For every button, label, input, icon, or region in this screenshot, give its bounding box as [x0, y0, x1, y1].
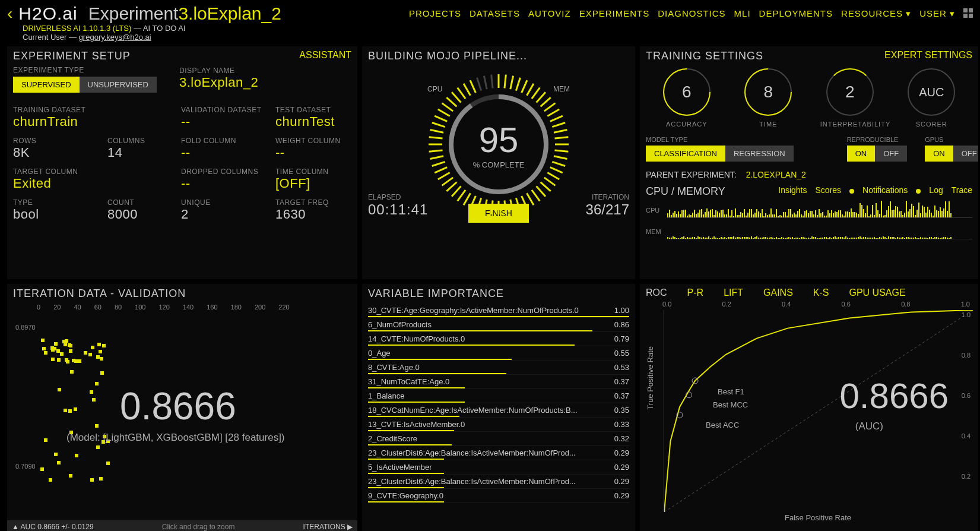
- dial-interpretability-label: INTERPRETABILITY: [820, 121, 880, 128]
- expert-settings-link[interactable]: EXPERT SETTINGS: [884, 50, 972, 61]
- vi-row[interactable]: 14_CVTE:NumOfProducts.00.79: [368, 332, 629, 346]
- vi-name: 2_CreditScore: [368, 434, 417, 443]
- vi-row[interactable]: 6_NumOfProducts0.86: [368, 318, 629, 332]
- tab-insights[interactable]: Insights: [778, 185, 807, 195]
- tab-notifications[interactable]: Notifications: [862, 185, 908, 195]
- mem-label: MEM: [553, 85, 570, 93]
- vi-name: 0_Age: [368, 349, 391, 358]
- footer-iterations-button[interactable]: ITERATIONS ▶: [303, 523, 353, 531]
- roc-best-mcc: Best MCC: [713, 400, 748, 409]
- time-val[interactable]: [OFF]: [275, 176, 357, 191]
- tab-lift[interactable]: LIFT: [724, 287, 743, 298]
- vi-row[interactable]: 9_CVTE:Geography.00.29: [368, 489, 629, 503]
- dial-accuracy-val: 6: [682, 83, 692, 102]
- test-dataset-label: TEST DATASET: [275, 106, 357, 114]
- tab-scores[interactable]: Scores: [816, 185, 842, 195]
- vi-value: 0.37: [614, 377, 629, 386]
- dropped-val[interactable]: --: [181, 176, 273, 191]
- svg-text:1.0: 1.0: [962, 311, 971, 318]
- vi-row[interactable]: 23_ClusterDist6:Age:Balance:IsActiveMemb…: [368, 475, 629, 489]
- mem-spark-label: MEM: [646, 228, 667, 235]
- roc-tabs: ROC P-R LIFT GAINS K-S GPU USAGE: [646, 287, 972, 298]
- vi-row[interactable]: 30_CVTE:Age:Geography:IsActiveMember:Num…: [368, 304, 629, 318]
- training-dataset[interactable]: churnTrain: [13, 114, 105, 129]
- columns-val: 14: [107, 145, 179, 160]
- assistant-link[interactable]: ASSISTANT: [299, 50, 351, 61]
- version-text: DRIVERLESS AI 1.10.1.3 (LTS): [23, 24, 131, 33]
- dial-time[interactable]: 8: [744, 68, 792, 116]
- vi-row[interactable]: 2_CreditScore0.32: [368, 432, 629, 446]
- vi-name: 14_CVTE:NumOfProducts.0: [368, 334, 465, 343]
- vi-row[interactable]: 1_Balance0.37: [368, 389, 629, 403]
- reproducible-off-button[interactable]: OFF: [875, 146, 907, 162]
- vi-row[interactable]: 5_IsActiveMember0.29: [368, 460, 629, 475]
- nav-experiments[interactable]: EXPERIMENTS: [579, 8, 650, 19]
- fold-val[interactable]: --: [181, 145, 273, 160]
- target-label: TARGET COLUMN: [13, 167, 105, 176]
- progress-gauge: 95 % COMPLETE CPU MEM: [421, 67, 576, 222]
- cpu-spark-label: CPU: [646, 207, 667, 214]
- unsupervised-button[interactable]: UNSUPERVISED: [80, 77, 157, 93]
- page-title-name: 3.loExplan_2: [178, 4, 281, 24]
- training-dataset-label: TRAINING DATASET: [13, 106, 105, 114]
- iteration-score: 0.8666: [120, 384, 236, 428]
- tab-roc[interactable]: ROC: [646, 287, 667, 298]
- vi-value: 0.32: [614, 434, 629, 443]
- tab-trace[interactable]: Trace: [952, 185, 972, 195]
- weight-val[interactable]: --: [275, 145, 357, 160]
- nav-projects[interactable]: PROJECTS: [409, 8, 461, 19]
- display-name[interactable]: 3.loExplan_2: [179, 75, 258, 90]
- vi-row[interactable]: 18_CVCatNumEnc:Age:IsActiveMember:NumOfP…: [368, 403, 629, 418]
- iteration-chart[interactable]: 0.8970 0.7098 0.8666 (Model: [LightGBM, …: [13, 313, 351, 491]
- nav-datasets[interactable]: DATASETS: [470, 8, 520, 19]
- test-dataset[interactable]: churnTest: [275, 114, 357, 129]
- back-icon[interactable]: ‹: [7, 4, 12, 23]
- tab-gains[interactable]: GAINS: [763, 287, 793, 298]
- vi-row[interactable]: 0_Age0.55: [368, 346, 629, 361]
- iteration-scatter-points: [37, 331, 120, 485]
- vi-row[interactable]: 23_ClusterDist6:Age:Balance:IsActiveMemb…: [368, 446, 629, 460]
- weight-label: WEIGHT COLUMN: [275, 137, 357, 145]
- gpus-on-button[interactable]: ON: [925, 146, 953, 162]
- parent-experiment-label: PARENT EXPERIMENT:: [646, 170, 737, 179]
- classification-button[interactable]: CLASSIFICATION: [646, 146, 725, 162]
- supervised-button[interactable]: SUPERVISED: [13, 77, 80, 93]
- roc-chart[interactable]: True Positive Rate 1.00.80.60.40.2 0.866…: [664, 310, 972, 512]
- tab-log[interactable]: Log: [929, 185, 943, 195]
- nav-resources[interactable]: RESOURCES ▾: [841, 8, 911, 19]
- nav-deployments[interactable]: DEPLOYMENTS: [759, 8, 833, 19]
- parent-experiment-link[interactable]: 2.LOEXPLAN_2: [746, 170, 806, 179]
- roc-best-acc: Best ACC: [706, 421, 739, 429]
- nav-user[interactable]: USER ▾: [919, 8, 955, 19]
- tab-ks[interactable]: K-S: [813, 287, 829, 298]
- roc-xlabel: False Positive Rate: [664, 513, 972, 522]
- nav-diagnostics[interactable]: DIAGNOSTICS: [658, 8, 725, 19]
- validation-dataset[interactable]: --: [181, 114, 273, 129]
- vi-row[interactable]: 8_CVTE:Age.00.53: [368, 361, 629, 375]
- dial-interpretability[interactable]: 2: [826, 68, 874, 116]
- count-val: 8000: [107, 207, 179, 222]
- reproducible-label: REPRODUCIBLE: [847, 136, 908, 143]
- vi-row[interactable]: 13_CVTE:IsActiveMember.00.33: [368, 418, 629, 432]
- progress-panel: BUILDING MOJO PIPELINE... 95 % COMPLETE …: [362, 46, 635, 279]
- tab-gpu-usage[interactable]: GPU USAGE: [849, 287, 905, 298]
- tab-pr[interactable]: P-R: [687, 287, 704, 298]
- vi-row[interactable]: 31_NumToCatTE:Age.00.37: [368, 375, 629, 389]
- nav-mli[interactable]: MLI: [734, 8, 751, 19]
- regression-button[interactable]: REGRESSION: [725, 146, 794, 162]
- nav-autoviz[interactable]: AUTOVIZ: [528, 8, 571, 19]
- grid-menu-icon[interactable]: [963, 8, 973, 18]
- vi-name: 9_CVTE:Geography.0: [368, 491, 443, 500]
- gpus-off-button[interactable]: OFF: [953, 146, 978, 162]
- reproducible-on-button[interactable]: ON: [847, 146, 876, 162]
- iteration-footer: ▲ AUC 0.8666 +/- 0.0129 Click and drag t…: [7, 520, 357, 531]
- main-nav: PROJECTS DATASETS AUTOVIZ EXPERIMENTS DI…: [409, 8, 973, 19]
- fold-label: FOLD COLUMN: [181, 137, 273, 145]
- target-val[interactable]: Exited: [13, 176, 105, 191]
- vi-value: 0.33: [614, 420, 629, 429]
- progress-percent: 95: [479, 119, 519, 160]
- footer-auc: ▲ AUC 0.8666 +/- 0.0129: [12, 523, 94, 531]
- dial-scorer[interactable]: AUC: [908, 68, 955, 116]
- tfreq-label: TARGET FREQ: [275, 198, 357, 207]
- dial-accuracy[interactable]: 6: [663, 68, 711, 116]
